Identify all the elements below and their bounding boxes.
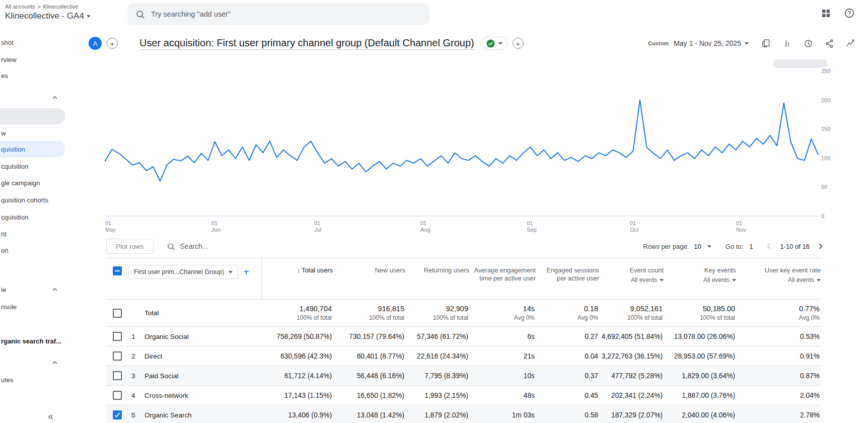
table-search-input[interactable]: Search... xyxy=(167,242,208,251)
sidebar-item-nt[interactable]: nt xyxy=(0,226,65,242)
sidebar-item-quisition[interactable]: quisition xyxy=(0,141,65,157)
table-row-paid-social[interactable]: 3Paid Social61,712 (4.14%)56,448 (6.16%)… xyxy=(106,366,821,386)
table-controls: Plot rows Search... Rows per page: 10 Go… xyxy=(106,235,829,258)
sidebar-item-rview[interactable]: rview xyxy=(0,51,65,67)
previous-page-icon[interactable] xyxy=(764,241,774,251)
sidebar-item-rganic-search-traf[interactable]: rganic search traf... xyxy=(0,333,65,349)
sidebar-item-label: quisition xyxy=(1,146,25,153)
search-bar[interactable]: Try searching "add user" xyxy=(127,4,429,25)
row-checkbox[interactable] xyxy=(113,332,122,341)
channel-name[interactable]: Paid Social xyxy=(144,372,261,380)
add-comparison-icon[interactable]: + xyxy=(107,38,118,49)
metric-cell: 0.87% xyxy=(736,372,821,380)
total-metric-cell: 1,490,704100% of total xyxy=(261,305,333,321)
sidebar-item-utes[interactable]: utes xyxy=(0,372,65,388)
sidebar-item-shot[interactable]: shot xyxy=(0,34,65,50)
copy-report-icon[interactable] xyxy=(761,38,771,49)
table-row-direct[interactable]: 2Direct630,596 (42.3%)80,401 (8.77%)22,6… xyxy=(106,346,821,366)
column-header-average-engagement-time-per-active-user[interactable]: Average engagement time per active user xyxy=(469,258,536,299)
sidebar-item-label: cquisition xyxy=(1,163,28,170)
insights-icon[interactable] xyxy=(845,38,856,49)
chevron-up-icon[interactable] xyxy=(51,94,59,102)
total-row: Total 1,490,704100% of total916,815100% … xyxy=(106,300,821,327)
column-header-event-count[interactable]: Event countAll events xyxy=(599,258,664,299)
report-status-pill[interactable] xyxy=(481,37,508,50)
channel-name[interactable]: Organic Search xyxy=(144,411,261,419)
table-row-cross-network[interactable]: 4Cross-network17,143 (1.15%)16,650 (1.82… xyxy=(106,386,821,405)
y-axis-tick: 100 xyxy=(821,155,830,161)
plot-rows-button[interactable]: Plot rows xyxy=(106,239,154,254)
total-metric-cell: 92,909100% of total xyxy=(405,305,469,321)
metric-cell: 56,448 (6.16%) xyxy=(333,372,405,380)
table-row-organic-search[interactable]: 5Organic Search13,406 (0.9%)13,048 (1.42… xyxy=(106,405,821,423)
svg-text:?: ? xyxy=(848,11,851,16)
breadcrumb-all-accounts[interactable]: All accounts xyxy=(5,4,35,10)
column-header-user-key-event-rate[interactable]: User key event rateAll events xyxy=(736,258,821,299)
sidebar-item-gle-campaign[interactable]: gle campaign xyxy=(0,175,65,191)
metric-event-filter[interactable]: All events xyxy=(736,276,821,284)
comparison-icon[interactable] xyxy=(782,38,792,49)
breadcrumb-property[interactable]: Klinecollective xyxy=(43,4,79,10)
y-axis-tick: 200 xyxy=(821,97,830,103)
total-metric-cell: 50,185.00100% of total xyxy=(664,305,736,321)
metric-cell: 477,792 (5.28%) xyxy=(599,372,664,380)
sort-descending-icon: ↓ xyxy=(297,266,301,274)
chevron-up-icon[interactable] xyxy=(51,359,59,367)
add-dimension-icon[interactable]: + xyxy=(243,267,249,277)
column-header-engaged-sessions-per-active-user[interactable]: Engaged sessions per active user xyxy=(536,258,599,299)
sidebar-item-quisition-cohorts[interactable]: quisition cohorts xyxy=(0,192,65,208)
comparison-chip[interactable]: A xyxy=(89,37,102,50)
sidebar-item-cquisition[interactable]: cquisition xyxy=(0,209,65,225)
total-metric-cell: 0.77%Avg 0% xyxy=(736,305,821,321)
row-checkbox[interactable] xyxy=(113,410,122,419)
column-header-total-users[interactable]: ↓Total users xyxy=(261,258,333,299)
channel-name[interactable]: Direct xyxy=(144,352,261,360)
row-checkbox[interactable] xyxy=(113,351,122,361)
metric-event-filter[interactable]: All events xyxy=(664,276,736,284)
chevron-up-icon[interactable] xyxy=(51,286,59,294)
apps-grid-icon[interactable] xyxy=(821,9,831,18)
chevron-down-icon xyxy=(817,279,821,281)
sidebar-item-cquisition[interactable]: cquisition xyxy=(0,158,65,174)
total-metric-cell: 14sAvg 0% xyxy=(469,305,536,321)
sidebar-item-label: nt xyxy=(1,230,7,238)
clock-icon[interactable] xyxy=(803,38,814,49)
goto-page-input[interactable]: 1 xyxy=(749,243,753,250)
chevron-down-icon xyxy=(707,245,711,248)
sidebar-item-w[interactable]: w xyxy=(0,125,65,141)
sidebar-item-item[interactable] xyxy=(0,90,65,106)
sidebar-item-label: quisition cohorts xyxy=(1,196,48,204)
channel-name[interactable]: Cross-network xyxy=(144,392,261,399)
sidebar-item-item[interactable] xyxy=(0,108,65,124)
sidebar-item-nsole[interactable]: nsole xyxy=(0,299,65,315)
dimension-selector[interactable]: First user prim...Channel Group) xyxy=(128,265,238,279)
sidebar-item-le[interactable]: le xyxy=(0,281,65,298)
sidebar-item-es[interactable]: es xyxy=(0,67,65,84)
collapse-sidebar-icon[interactable]: « xyxy=(48,410,53,422)
column-header-key-events[interactable]: Key eventsAll events xyxy=(664,258,736,299)
y-axis-tick: 50 xyxy=(821,184,827,190)
metric-cell: 61,712 (4.14%) xyxy=(261,372,333,380)
property-selector[interactable]: Klinecollective - GA4 xyxy=(5,11,91,21)
share-icon[interactable] xyxy=(824,38,835,49)
metric-event-filter[interactable]: All events xyxy=(599,276,664,284)
next-page-icon[interactable] xyxy=(816,241,826,251)
metric-cell: 48s xyxy=(469,392,536,399)
row-checkbox[interactable] xyxy=(113,371,122,380)
metric-cell: 3,272,763 (36.15%) xyxy=(599,352,664,360)
select-all-checkbox[interactable] xyxy=(113,266,122,275)
row-checkbox[interactable] xyxy=(113,391,122,400)
date-range-selector[interactable]: May 1 - Nov 25, 2025 xyxy=(674,39,741,47)
sidebar-item-item[interactable] xyxy=(0,355,65,371)
date-range-type: Custom xyxy=(648,40,669,46)
help-icon[interactable]: ? xyxy=(844,8,855,19)
rows-per-page-select[interactable]: 10 xyxy=(694,243,711,250)
column-header-returning-users[interactable]: Returning users xyxy=(405,258,469,299)
add-report-tab-icon[interactable]: + xyxy=(513,38,524,49)
report-title[interactable]: User acquisition: First user primary cha… xyxy=(139,37,474,50)
total-row-checkbox[interactable] xyxy=(113,309,122,318)
column-header-new-users[interactable]: New users xyxy=(333,258,405,299)
channel-name[interactable]: Organic Social xyxy=(144,333,261,340)
sidebar-item-on[interactable]: on xyxy=(0,242,65,258)
table-row-organic-social[interactable]: 1Organic Social758,269 (50.87%)730,157 (… xyxy=(106,327,821,346)
